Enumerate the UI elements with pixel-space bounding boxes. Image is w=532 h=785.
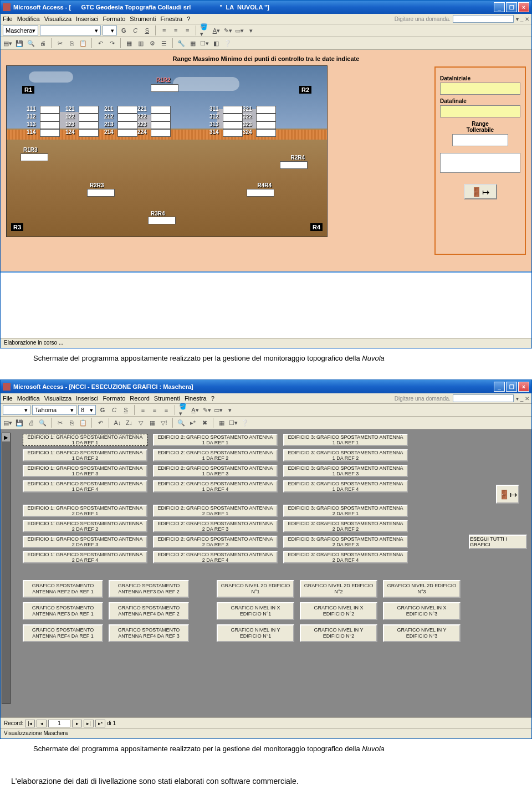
grid-input[interactable]: [79, 106, 99, 114]
graph-button[interactable]: GRAFICO SPOSTAMENTO ANTENNA REF2 DA REF …: [23, 580, 103, 598]
grid-input[interactable]: [117, 129, 137, 137]
font-color-icon[interactable]: A▾: [190, 405, 200, 415]
menu-visualizza[interactable]: Visualizza: [44, 16, 71, 22]
paste-icon[interactable]: 📋: [78, 38, 88, 48]
menu-help[interactable]: ?: [187, 16, 190, 22]
view-icon[interactable]: ▤▾: [3, 38, 13, 48]
fill-color-icon[interactable]: 🪣▾: [178, 405, 188, 415]
graph-button[interactable]: EDIFICIO 3: GRAFICO SPOSTAMENTO ANTENNA …: [283, 434, 408, 446]
menu-record[interactable]: Record: [130, 395, 149, 402]
italic-button[interactable]: C: [109, 405, 119, 415]
graph-button[interactable]: EDIFICIO 1: GRAFICO SPOSTAMENTO ANTENNA …: [23, 434, 147, 446]
apply-filter-icon[interactable]: ▽!: [159, 418, 169, 428]
exit-button-1[interactable]: 🚪↦: [464, 184, 497, 199]
graph-button[interactable]: EDIFICIO 1: GRAFICO SPOSTAMENTO ANTENNA …: [23, 465, 147, 477]
help-icon[interactable]: ❔: [240, 418, 250, 428]
grid-input[interactable]: [256, 114, 276, 121]
object-type-combo[interactable]: Maschera▾: [3, 25, 38, 35]
grid-input[interactable]: [256, 106, 276, 114]
object-name-combo[interactable]: ▾: [40, 25, 101, 35]
grid-input[interactable]: [40, 129, 60, 137]
help-search-input[interactable]: [453, 394, 514, 402]
graph-button[interactable]: GRAFICO NIVEL IN Y EDIFICIO N°2: [300, 624, 377, 642]
grid-input[interactable]: [256, 121, 276, 129]
graph-button[interactable]: GRAFICO NIVEL IN X EDIFICIO N°2: [300, 602, 377, 620]
input-r3r4[interactable]: [148, 217, 176, 224]
menu-modifica[interactable]: Modifica: [17, 16, 40, 22]
props-icon[interactable]: ☰: [159, 38, 169, 48]
del-rec-icon[interactable]: ✖: [200, 418, 209, 428]
menu-help[interactable]: ?: [211, 395, 214, 402]
line-color-icon[interactable]: ✎▾: [202, 405, 212, 415]
align-right-icon[interactable]: ≡: [182, 25, 192, 35]
align-right-icon[interactable]: ≡: [161, 405, 171, 415]
graph-button[interactable]: GRAFICO NIVEL 2D EDIFICIO N°1: [217, 580, 294, 598]
nav-last-button[interactable]: ▸|: [84, 720, 94, 727]
menu-file[interactable]: File: [3, 16, 13, 22]
find-icon[interactable]: 🔍: [176, 418, 186, 428]
help-search-input[interactable]: [453, 15, 514, 23]
record-selector-bar[interactable]: ▶: [2, 433, 11, 704]
window-icon[interactable]: ◧: [211, 38, 221, 48]
grid-input[interactable]: [79, 114, 99, 121]
save-icon[interactable]: 💾: [14, 418, 24, 428]
nav-new-button[interactable]: ▸*: [95, 720, 105, 727]
tools-icon[interactable]: 🔧: [176, 38, 186, 48]
filter-form-icon[interactable]: ▦: [147, 418, 157, 428]
grid-input[interactable]: [223, 106, 243, 114]
undo-icon[interactable]: ↶: [95, 38, 105, 48]
view-icon[interactable]: ▤▾: [3, 418, 13, 428]
grid-input[interactable]: [117, 106, 137, 114]
new-obj-icon[interactable]: ☐▾: [228, 418, 238, 428]
db-window-icon[interactable]: ▦: [217, 418, 227, 428]
grid-input[interactable]: [151, 106, 171, 114]
undo-icon[interactable]: ↶: [95, 418, 105, 428]
object-combo[interactable]: ▾: [3, 405, 30, 415]
input-r1r3[interactable]: [21, 153, 48, 161]
grid-input[interactable]: [223, 121, 243, 129]
font-color-icon[interactable]: A▾: [211, 25, 221, 35]
close-button[interactable]: ×: [518, 2, 529, 12]
nav-first-button[interactable]: |◂: [25, 720, 35, 727]
exit-button-2[interactable]: 🚪↦: [496, 485, 519, 504]
graph-button[interactable]: EDIFICIO 3: GRAFICO SPOSTAMENTO ANTENNA …: [283, 449, 408, 461]
filter-icon[interactable]: ▽: [136, 418, 146, 428]
maximize-button[interactable]: ❐: [506, 382, 517, 392]
fontsize-combo[interactable]: ▾: [103, 25, 117, 35]
font-combo[interactable]: Tahoma▾: [32, 405, 76, 415]
graph-button[interactable]: GRAFICO NIVEL IN X EDIFICIO N°3: [383, 602, 461, 620]
grid-input[interactable]: [79, 121, 99, 129]
insert-icon[interactable]: ▦: [124, 38, 134, 48]
graph-button[interactable]: EDIFICIO 2: GRAFICO SPOSTAMENTO ANTENNA …: [153, 434, 278, 446]
graph-button[interactable]: EDIFICIO 2: GRAFICO SPOSTAMENTO ANTENNA …: [153, 520, 278, 532]
copy-icon[interactable]: ⎘: [66, 418, 76, 428]
menu-inserisci[interactable]: Inserisci: [76, 16, 98, 22]
sort-desc-icon[interactable]: Z↓: [124, 418, 134, 428]
graph-button[interactable]: GRAFICO SPOSTAMENTO ANTENNA REF4 DA REF …: [109, 624, 189, 642]
menu-modifica[interactable]: Modifica: [17, 395, 40, 402]
graph-button[interactable]: GRAFICO SPOSTAMENTO ANTENNA REF3 DA REF …: [23, 602, 103, 620]
new-rec-icon[interactable]: ▸*: [188, 418, 198, 428]
graph-button[interactable]: GRAFICO NIVEL IN X EDIFICIO N°1: [217, 602, 294, 620]
graph-button[interactable]: GRAFICO SPOSTAMENTO ANTENNA REF4 DA REF …: [23, 624, 103, 642]
minimize-button[interactable]: _: [494, 382, 505, 392]
align-left-icon[interactable]: ≡: [138, 405, 148, 415]
grid-input[interactable]: [117, 114, 137, 121]
border-icon[interactable]: ▭▾: [213, 405, 223, 415]
graph-button[interactable]: GRAFICO SPOSTAMENTO ANTENNA REF4 DA REF …: [109, 602, 189, 620]
input-r2r3[interactable]: [87, 189, 115, 197]
code-icon[interactable]: ⚙: [147, 38, 157, 48]
menu-strumenti[interactable]: Strumenti: [130, 16, 156, 22]
graph-button[interactable]: EDIFICIO 2: GRAFICO SPOSTAMENTO ANTENNA …: [153, 551, 278, 563]
align-left-icon[interactable]: ≡: [159, 25, 169, 35]
graph-button[interactable]: GRAFICO NIVEL 2D EDIFICIO N°2: [300, 580, 377, 598]
fontsize-combo[interactable]: 8▾: [78, 405, 96, 415]
graph-button[interactable]: EDIFICIO 2: GRAFICO SPOSTAMENTO ANTENNA …: [153, 449, 278, 461]
graph-button[interactable]: EDIFICIO 1: GRAFICO SPOSTAMENTO ANTENNA …: [23, 520, 147, 532]
input-r4r4[interactable]: [247, 189, 274, 197]
nav-next-button[interactable]: ▸: [72, 720, 82, 727]
graph-button[interactable]: EDIFICIO 1: GRAFICO SPOSTAMENTO ANTENNA …: [23, 551, 147, 563]
menu-finestra[interactable]: Finestra: [185, 395, 207, 402]
form-icon[interactable]: ▥: [136, 38, 146, 48]
cut-icon[interactable]: ✂: [55, 418, 65, 428]
